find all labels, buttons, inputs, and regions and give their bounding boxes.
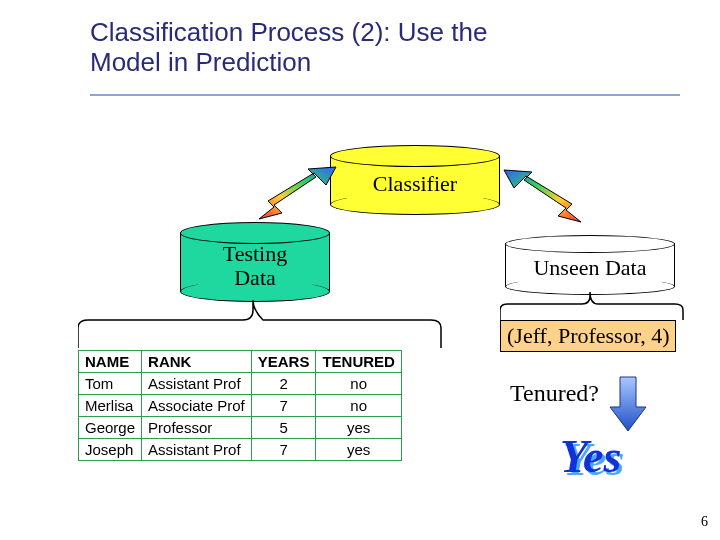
classifier-label: Classifier (330, 171, 500, 197)
testing-data-cylinder: Testing Data (180, 222, 330, 302)
testing-data-table: NAME RANK YEARS TENURED TomAssistant Pro… (78, 350, 402, 461)
sample-tuple: (Jeff, Professor, 4) (500, 320, 676, 352)
testing-bracket (78, 300, 443, 350)
testing-label-2: Data (234, 265, 276, 290)
unseen-label: Unseen Data (505, 255, 675, 281)
table-row: TomAssistant Prof2no (79, 373, 402, 395)
title-line1: Classification Process (2): Use the (90, 17, 487, 47)
table-row: MerlisaAssociate Prof7no (79, 395, 402, 417)
col-tenured: TENURED (316, 351, 402, 373)
arrow-question-to-yes (608, 375, 648, 435)
arrow-unseen-to-classifier (500, 165, 590, 230)
table-row: JosephAssistant Prof7yes (79, 439, 402, 461)
testing-label-1: Testing (223, 241, 287, 266)
unseen-bracket (500, 292, 685, 322)
page-number: 6 (701, 514, 708, 530)
arrow-testing-to-classifier (250, 165, 340, 225)
table-row: GeorgeProfessor5yes (79, 417, 402, 439)
svg-marker-1 (504, 170, 581, 222)
classifier-cylinder: Classifier (330, 145, 500, 215)
title-line2: Model in Prediction (90, 47, 311, 77)
question-label: Tenured? (510, 380, 599, 407)
title-underline (90, 94, 680, 96)
slide-title: Classification Process (2): Use the Mode… (0, 0, 650, 84)
svg-marker-2 (610, 377, 646, 431)
col-name: NAME (79, 351, 142, 373)
table-header-row: NAME RANK YEARS TENURED (79, 351, 402, 373)
col-rank: RANK (142, 351, 252, 373)
col-years: YEARS (251, 351, 316, 373)
answer-yes: Yes Yes (560, 430, 621, 483)
svg-marker-0 (259, 167, 336, 219)
unseen-data-cylinder: Unseen Data (505, 235, 675, 295)
